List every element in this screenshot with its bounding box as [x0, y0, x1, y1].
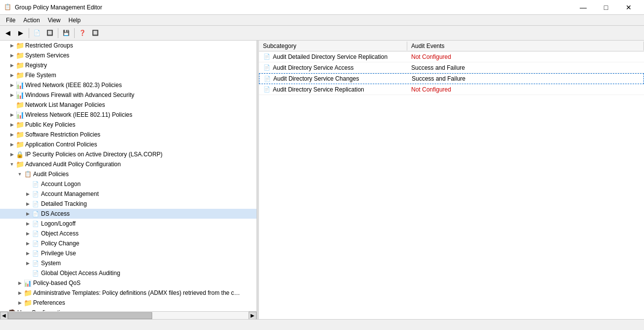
tree-item-wireless-network[interactable]: ▶📊Wireless Network (IEEE 802.11) Policie…: [0, 110, 257, 120]
tree-item-restricted-groups[interactable]: ▶📁Restricted Groups: [0, 41, 257, 50]
toolbar: ◀ ▶ 📄 🔲 💾 ❓ 🔲: [0, 26, 644, 41]
toolbar-show-hide[interactable]: 📄: [31, 27, 43, 39]
tree-item-system[interactable]: ▶📄System: [0, 258, 257, 268]
tree-label-logon-logoff: Logon/Logoff: [41, 220, 76, 227]
tree-item-software-restriction[interactable]: ▶📁Software Restriction Policies: [0, 130, 257, 140]
tree-expander-public-key[interactable]: ▶: [8, 120, 16, 130]
tree-expander-policy-change[interactable]: ▶: [24, 238, 32, 248]
tree-item-audit-policies[interactable]: ▼📋Audit Policies: [0, 169, 257, 179]
tree-hscroll[interactable]: ◀ ▶: [0, 311, 257, 319]
tree-item-file-system[interactable]: ▶📁File System: [0, 70, 257, 80]
tree-item-admin-templates[interactable]: ▶📁Administrative Templates: Policy defin…: [0, 288, 257, 298]
scroll-left-btn[interactable]: ◀: [0, 312, 8, 320]
tree-expander-app-control[interactable]: ▶: [8, 140, 16, 149]
tree-item-account-logon[interactable]: 📄Account Logon: [0, 179, 257, 189]
menu-file[interactable]: File: [2, 16, 19, 25]
table-row[interactable]: 📄Audit Directory Service ReplicationNot …: [259, 84, 644, 95]
table-body[interactable]: 📄Audit Detailed Directory Service Replic…: [259, 51, 644, 319]
tree-label-file-system: File System: [25, 72, 56, 79]
table-row[interactable]: 📄Audit Directory Service AccessSuccess a…: [259, 62, 644, 73]
subcategory-text-row1: Audit Detailed Directory Service Replica…: [273, 53, 387, 60]
tree-expander-registry[interactable]: ▶: [8, 60, 16, 70]
close-button[interactable]: ✕: [617, 0, 640, 15]
toolbar-sep-3: [74, 28, 75, 38]
tree-expander-system-services[interactable]: ▶: [8, 50, 16, 60]
tree-expander-system[interactable]: ▶: [24, 258, 32, 268]
cell-subcategory-row3: 📄Audit Directory Service Changes: [259, 74, 408, 84]
tree-label-system-services: System Services: [25, 52, 69, 59]
tree-expander-admin-templates[interactable]: ▶: [16, 288, 24, 298]
tree-scroll[interactable]: ▶📁Restricted Groups▶📁System Services▶📁Re…: [0, 41, 257, 311]
tree-item-account-management[interactable]: ▶📄Account Management: [0, 189, 257, 199]
toolbar-back[interactable]: ◀: [2, 27, 14, 39]
tree-item-policy-change[interactable]: ▶📄Policy Change: [0, 238, 257, 248]
tree-expander-preferences[interactable]: ▶: [16, 298, 24, 308]
tree-item-logon-logoff[interactable]: ▶📄Logon/Logoff: [0, 219, 257, 229]
tree-item-preferences[interactable]: ▶📁Preferences: [0, 298, 257, 308]
tree-item-detailed-tracking[interactable]: ▶📄Detailed Tracking: [0, 199, 257, 209]
tree-expander-wired-network[interactable]: ▶: [8, 80, 16, 90]
tree-expander-software-restriction[interactable]: ▶: [8, 130, 16, 140]
tree-item-global-object[interactable]: 📄Global Object Access Auditing: [0, 268, 257, 278]
folder-icon: 📁: [16, 141, 24, 148]
tree-item-public-key[interactable]: ▶📁Public Key Policies: [0, 120, 257, 130]
hscroll-thumb[interactable]: [8, 312, 152, 319]
tree-item-wired-network[interactable]: ▶📊Wired Network (IEEE 802.3) Policies: [0, 80, 257, 90]
tree-item-network-list[interactable]: 📁Network List Manager Policies: [0, 100, 257, 110]
toolbar-export[interactable]: 💾: [60, 27, 72, 39]
tree-item-app-control[interactable]: ▶📁Application Control Policies: [0, 140, 257, 149]
tree-label-app-control: Application Control Policies: [25, 141, 97, 148]
tree-expander-user-configuration[interactable]: ▼: [0, 308, 8, 311]
toolbar-view[interactable]: 🔲: [44, 27, 56, 39]
tree-label-ds-access: DS Access: [41, 210, 70, 217]
tree-expander-logon-logoff[interactable]: ▶: [24, 219, 32, 229]
tree-item-registry[interactable]: ▶📁Registry: [0, 60, 257, 70]
tree-expander-audit-policies[interactable]: ▼: [16, 169, 24, 179]
audit-item-icon: 📄: [32, 269, 40, 277]
tree-item-ds-access[interactable]: ▶📄DS Access: [0, 209, 257, 219]
tree-item-user-configuration[interactable]: ▼🧑User Configuration: [0, 308, 257, 311]
tree-expander-wireless-network[interactable]: ▶: [8, 110, 16, 120]
tree-expander-windows-firewall[interactable]: ▶: [8, 90, 16, 100]
audit-item-icon: 📄: [32, 200, 40, 208]
tree-item-system-services[interactable]: ▶📁System Services: [0, 50, 257, 60]
tree-expander-account-logon[interactable]: [24, 179, 32, 189]
menu-action[interactable]: Action: [19, 16, 43, 25]
minimize-button[interactable]: —: [572, 0, 595, 15]
toolbar-forward[interactable]: ▶: [15, 27, 27, 39]
scroll-right-btn[interactable]: ▶: [249, 312, 257, 320]
tree-expander-ip-security[interactable]: ▶: [8, 149, 16, 159]
menu-help[interactable]: Help: [65, 16, 85, 25]
toolbar-help[interactable]: ❓: [77, 27, 88, 39]
tree-item-privilege-use[interactable]: ▶📄Privilege Use: [0, 248, 257, 258]
tree-expander-account-management[interactable]: ▶: [24, 189, 32, 199]
hscroll-track[interactable]: [8, 312, 249, 320]
tree-expander-privilege-use[interactable]: ▶: [24, 248, 32, 258]
table-row[interactable]: 📄Audit Directory Service ChangesSuccess …: [259, 73, 644, 84]
maximize-button[interactable]: □: [595, 0, 617, 15]
tree-item-ip-security[interactable]: ▶🔒IP Security Policies on Active Directo…: [0, 149, 257, 159]
tree-item-policy-based-qos[interactable]: ▶📊Policy-based QoS: [0, 278, 257, 288]
tree-item-object-access[interactable]: ▶📄Object Access: [0, 229, 257, 238]
tree-item-advanced-audit[interactable]: ▼📁Advanced Audit Policy Configuration: [0, 159, 257, 169]
tree-expander-ds-access[interactable]: ▶: [24, 209, 32, 219]
table-row[interactable]: 📄Audit Detailed Directory Service Replic…: [259, 51, 644, 62]
folder-special-icon: 📊: [16, 81, 24, 89]
subcategory-text-row4: Audit Directory Service Replication: [273, 86, 364, 93]
tree-expander-object-access[interactable]: ▶: [24, 229, 32, 238]
tree-expander-policy-based-qos[interactable]: ▶: [16, 278, 24, 288]
toolbar-extra[interactable]: 🔲: [89, 27, 101, 39]
col-header-audit: Audit Events: [407, 42, 644, 50]
folder-icon: 📁: [24, 299, 32, 307]
tree-expander-detailed-tracking[interactable]: ▶: [24, 199, 32, 209]
tree-expander-global-object[interactable]: [24, 268, 32, 278]
tree-expander-file-system[interactable]: ▶: [8, 70, 16, 80]
audit-folder-icon: 📋: [24, 170, 32, 178]
menu-view[interactable]: View: [44, 16, 65, 25]
tree-expander-restricted-groups[interactable]: ▶: [8, 41, 16, 50]
main-container: ▶📁Restricted Groups▶📁System Services▶📁Re…: [0, 41, 644, 319]
tree-item-windows-firewall[interactable]: ▶📊Windows Firewall with Advanced Securit…: [0, 90, 257, 100]
tree-expander-network-list[interactable]: [8, 100, 16, 110]
tree-expander-advanced-audit[interactable]: ▼: [8, 159, 16, 169]
toolbar-sep-1: [29, 28, 29, 38]
